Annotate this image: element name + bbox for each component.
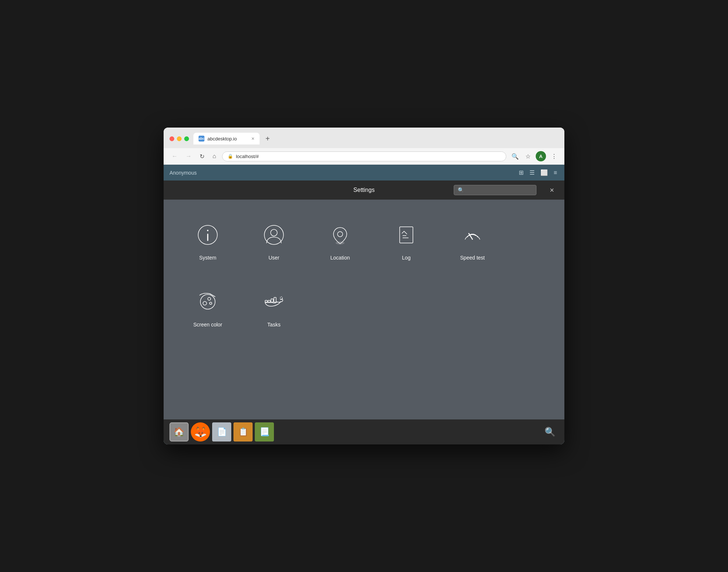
tasks-icon <box>259 287 289 317</box>
desktop-username: Anonymous <box>169 170 197 176</box>
tab-close-button[interactable]: × <box>251 136 254 141</box>
browser-window: abc abcdesktop.io × + ← → ↻ ⌂ 🔒 localhos… <box>164 128 564 444</box>
settings-item-system[interactable]: System <box>186 214 230 267</box>
tab-favicon: abc <box>199 136 204 142</box>
grid-view-icon[interactable]: ⊞ <box>517 168 525 177</box>
settings-item-screencolor[interactable]: Screen color <box>186 281 230 333</box>
system-label: System <box>199 255 217 261</box>
taskbar-item-firefox[interactable]: 🦊 <box>191 422 210 441</box>
settings-item-location[interactable]: Location <box>318 214 362 267</box>
settings-search-bar[interactable]: 🔍 <box>454 185 536 195</box>
svg-point-6 <box>336 242 345 244</box>
settings-content: System User <box>164 200 564 419</box>
settings-header: Settings 🔍 × <box>164 180 564 200</box>
user-icon <box>259 220 289 250</box>
taskbar-item-file1[interactable]: 📄 <box>212 422 231 441</box>
settings-row-1: System User <box>186 214 542 267</box>
settings-item-log[interactable]: Log <box>384 214 428 267</box>
user-avatar[interactable]: A <box>536 151 546 161</box>
settings-item-tasks[interactable]: Tasks <box>252 281 296 333</box>
svg-point-14 <box>210 302 212 304</box>
taskbar-item-file3[interactable]: 📃 <box>255 422 274 441</box>
taskbar: 🏠 🦊 📄 📋 📃 🔍 <box>164 419 564 444</box>
home-button[interactable]: ⌂ <box>210 151 218 161</box>
window-view-icon[interactable]: ⬜ <box>539 168 549 177</box>
taskbar-item-home[interactable]: 🏠 <box>169 422 189 441</box>
taskbar-item-file2[interactable]: 📋 <box>233 422 253 441</box>
tab-bar: abc abcdesktop.io × + <box>193 133 559 144</box>
url-bar[interactable]: 🔒 localhost/# <box>222 151 506 161</box>
svg-rect-7 <box>400 227 413 243</box>
back-button[interactable]: ← <box>169 151 180 161</box>
maximize-button[interactable] <box>184 136 189 141</box>
url-text: localhost/# <box>236 154 259 159</box>
svg-point-3 <box>264 225 283 244</box>
screencolor-icon <box>193 287 222 317</box>
browser-tab[interactable]: abc abcdesktop.io × <box>193 133 260 144</box>
desktop-area: Anonymous ⊞ ☰ ⬜ ≡ Settings 🔍 × <box>164 165 564 444</box>
address-bar-right: 🔍 ☆ A ⋮ <box>510 151 559 161</box>
search-icon: 🔍 <box>458 187 464 193</box>
user-label: User <box>268 255 279 261</box>
log-label: Log <box>402 255 410 261</box>
svg-rect-17 <box>274 297 276 302</box>
new-tab-button[interactable]: + <box>263 133 273 144</box>
traffic-lights <box>169 136 189 141</box>
settings-close-button[interactable]: × <box>547 185 557 195</box>
screencolor-label: Screen color <box>193 322 222 328</box>
location-label: Location <box>331 255 350 261</box>
settings-item-speedtest[interactable]: Speed test <box>450 214 495 267</box>
settings-search-input[interactable] <box>466 187 532 193</box>
svg-point-12 <box>203 301 207 305</box>
svg-rect-18 <box>265 300 267 302</box>
menu-button[interactable]: ⋮ <box>550 151 559 161</box>
taskbar-search-button[interactable]: 🔍 <box>542 424 559 440</box>
menu-view-icon[interactable]: ≡ <box>552 169 559 177</box>
settings-row-2: Screen color <box>186 281 542 333</box>
close-button[interactable] <box>169 136 174 141</box>
speedtest-label: Speed test <box>460 255 485 261</box>
list-view-icon[interactable]: ☰ <box>528 168 536 177</box>
svg-rect-15 <box>268 300 270 302</box>
settings-dialog: Settings 🔍 × <box>164 180 564 419</box>
forward-button[interactable]: → <box>183 151 194 161</box>
address-bar: ← → ↻ ⌂ 🔒 localhost/# 🔍 ☆ A ⋮ <box>164 148 564 165</box>
desktop-icons: ⊞ ☰ ⬜ ≡ <box>517 168 559 177</box>
minimize-button[interactable] <box>177 136 182 141</box>
speedtest-icon <box>458 220 487 250</box>
svg-point-13 <box>208 297 211 300</box>
title-bar-top: abc abcdesktop.io × + <box>169 133 559 144</box>
log-icon <box>392 220 421 250</box>
zoom-button[interactable]: 🔍 <box>510 151 520 161</box>
tasks-label: Tasks <box>267 322 281 328</box>
refresh-button[interactable]: ↻ <box>197 151 207 161</box>
bookmark-button[interactable]: ☆ <box>524 151 532 161</box>
svg-point-11 <box>200 294 215 309</box>
system-icon <box>193 220 222 250</box>
svg-point-5 <box>338 232 343 237</box>
location-icon <box>325 220 355 250</box>
desktop-topbar: Anonymous ⊞ ☰ ⬜ ≡ <box>164 165 564 180</box>
lock-icon: 🔒 <box>228 154 233 159</box>
tab-label: abcdesktop.io <box>207 136 237 142</box>
svg-point-4 <box>271 229 277 236</box>
settings-title: Settings <box>300 187 428 193</box>
settings-item-user[interactable]: User <box>252 214 296 267</box>
title-bar: abc abcdesktop.io × + <box>164 128 564 148</box>
svg-rect-16 <box>271 299 273 302</box>
